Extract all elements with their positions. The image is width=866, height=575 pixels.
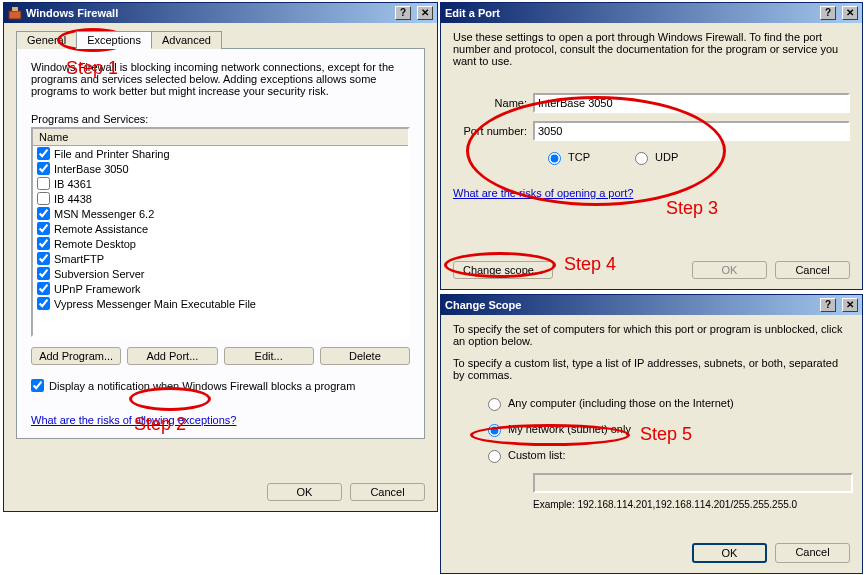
risks-link[interactable]: What are the risks of allowing exception… <box>31 414 236 426</box>
udp-radio[interactable] <box>635 152 648 165</box>
exceptions-panel: Windows Firewall is blocking incoming ne… <box>16 48 425 439</box>
list-item-checkbox[interactable] <box>37 207 50 220</box>
scope-custom-radio[interactable] <box>488 450 501 463</box>
firewall-titlebar: Windows Firewall ? ✕ <box>4 3 437 23</box>
list-item-checkbox[interactable] <box>37 297 50 310</box>
cancel-button[interactable]: Cancel <box>350 483 425 501</box>
tcp-option[interactable]: TCP <box>543 149 590 165</box>
scope-desc2: To specify a custom list, type a list of… <box>453 357 850 381</box>
cancel-button[interactable]: Cancel <box>775 543 850 563</box>
change-scope-button[interactable]: Change scope... <box>453 261 553 279</box>
edit-port-title: Edit a Port <box>445 7 816 19</box>
list-item-checkbox[interactable] <box>37 222 50 235</box>
notify-label: Display a notification when Windows Fire… <box>49 380 355 392</box>
list-item[interactable]: IB 4438 <box>33 191 408 206</box>
cancel-button[interactable]: Cancel <box>775 261 850 279</box>
firewall-window: Windows Firewall ? ✕ General Exceptions … <box>3 2 438 512</box>
scope-any-radio[interactable] <box>488 398 501 411</box>
list-item-checkbox[interactable] <box>37 162 50 175</box>
ok-button[interactable]: OK <box>692 543 767 563</box>
scope-any-option[interactable]: Any computer (including those on the Int… <box>483 395 850 411</box>
scope-custom-option[interactable]: Custom list: <box>483 447 850 463</box>
edit-port-desc: Use these settings to open a port throug… <box>453 31 850 67</box>
list-item-checkbox[interactable] <box>37 237 50 250</box>
name-label: Name: <box>453 97 533 109</box>
edit-button[interactable]: Edit... <box>224 347 314 365</box>
list-item-checkbox[interactable] <box>37 252 50 265</box>
close-button[interactable]: ✕ <box>417 6 433 20</box>
list-item[interactable]: Remote Desktop <box>33 236 408 251</box>
list-item[interactable]: Remote Assistance <box>33 221 408 236</box>
help-button[interactable]: ? <box>820 6 836 20</box>
list-item[interactable]: File and Printer Sharing <box>33 146 408 161</box>
list-item-label: MSN Messenger 6.2 <box>54 208 154 220</box>
list-item[interactable]: Vypress Messenger Main Executable File <box>33 296 408 311</box>
ok-button[interactable]: OK <box>267 483 342 501</box>
tab-advanced[interactable]: Advanced <box>151 31 222 49</box>
close-button[interactable]: ✕ <box>842 298 858 312</box>
port-label: Port number: <box>453 125 533 137</box>
notify-checkbox[interactable] <box>31 379 44 392</box>
tab-general[interactable]: General <box>16 31 77 49</box>
firewall-icon <box>8 6 22 20</box>
list-item-label: File and Printer Sharing <box>54 148 170 160</box>
edit-port-window: Edit a Port ? ✕ Use these settings to op… <box>440 2 863 290</box>
custom-list-input[interactable] <box>533 473 853 493</box>
list-item[interactable]: InterBase 3050 <box>33 161 408 176</box>
scope-subnet-radio[interactable] <box>488 424 501 437</box>
list-item-checkbox[interactable] <box>37 192 50 205</box>
edit-port-titlebar: Edit a Port ? ✕ <box>441 3 862 23</box>
port-input[interactable] <box>533 121 850 141</box>
list-item-label: Vypress Messenger Main Executable File <box>54 298 256 310</box>
firewall-title: Windows Firewall <box>26 7 391 19</box>
list-item-label: Remote Assistance <box>54 223 148 235</box>
ok-button[interactable]: OK <box>692 261 767 279</box>
list-item[interactable]: Subversion Server <box>33 266 408 281</box>
change-scope-window: Change Scope ? ✕ To specify the set of c… <box>440 294 863 574</box>
tab-exceptions[interactable]: Exceptions <box>76 31 152 49</box>
list-item-checkbox[interactable] <box>37 147 50 160</box>
list-item-label: Subversion Server <box>54 268 145 280</box>
programs-listbox[interactable]: Name File and Printer SharingInterBase 3… <box>31 127 410 337</box>
svg-rect-1 <box>12 7 18 11</box>
svg-rect-0 <box>9 11 21 19</box>
list-item-label: Remote Desktop <box>54 238 136 250</box>
add-port-button[interactable]: Add Port... <box>127 347 217 365</box>
add-program-button[interactable]: Add Program... <box>31 347 121 365</box>
tabstrip: General Exceptions Advanced <box>16 31 425 49</box>
list-item-label: IB 4361 <box>54 178 92 190</box>
list-item-checkbox[interactable] <box>37 282 50 295</box>
tcp-radio[interactable] <box>548 152 561 165</box>
list-item[interactable]: SmartFTP <box>33 251 408 266</box>
list-item-label: UPnP Framework <box>54 283 141 295</box>
close-button[interactable]: ✕ <box>842 6 858 20</box>
list-item[interactable]: IB 4361 <box>33 176 408 191</box>
example-text: Example: 192.168.114.201,192.168.114.201… <box>533 499 850 510</box>
list-item-checkbox[interactable] <box>37 267 50 280</box>
list-header-name[interactable]: Name <box>33 129 408 146</box>
change-scope-titlebar: Change Scope ? ✕ <box>441 295 862 315</box>
list-item-label: SmartFTP <box>54 253 104 265</box>
port-risks-link[interactable]: What are the risks of opening a port? <box>453 187 633 199</box>
delete-button[interactable]: Delete <box>320 347 410 365</box>
list-item[interactable]: MSN Messenger 6.2 <box>33 206 408 221</box>
name-input[interactable] <box>533 93 850 113</box>
list-item-label: InterBase 3050 <box>54 163 129 175</box>
scope-subnet-option[interactable]: My network (subnet) only <box>483 421 850 437</box>
list-item-checkbox[interactable] <box>37 177 50 190</box>
help-button[interactable]: ? <box>395 6 411 20</box>
help-button[interactable]: ? <box>820 298 836 312</box>
list-item-label: IB 4438 <box>54 193 92 205</box>
udp-option[interactable]: UDP <box>630 149 678 165</box>
exceptions-desc: Windows Firewall is blocking incoming ne… <box>31 61 410 97</box>
change-scope-title: Change Scope <box>445 299 816 311</box>
list-item[interactable]: UPnP Framework <box>33 281 408 296</box>
scope-desc1: To specify the set of computers for whic… <box>453 323 850 347</box>
programs-label: Programs and Services: <box>31 113 410 125</box>
